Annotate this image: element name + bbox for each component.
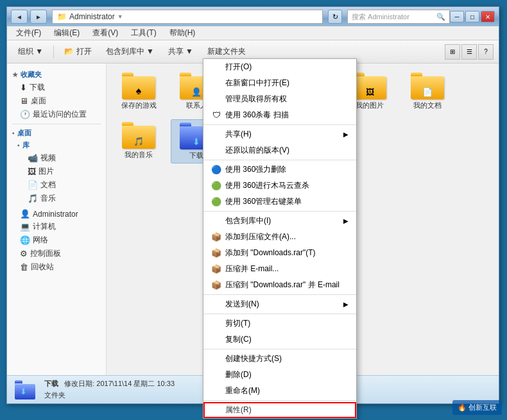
file-label-saved-games: 保存的游戏 [121,101,157,110]
include-library-button[interactable]: 包含到库中 ▼ [100,44,160,60]
ctx-compress-email-icon: 📦 [211,264,221,274]
ctx-take-ownership[interactable]: 管理员取得所有权 [203,91,356,107]
ctx-compress-email-label: 压缩并 E-mail... [225,264,279,274]
refresh-button[interactable]: ↻ [328,10,342,24]
ctx-sendto[interactable]: 发送到(N) ▶ [203,296,356,312]
title-bar-left: ◄ ► 📁 Administrator ▼ ↻ 搜索 Administrator… [11,10,450,24]
title-bar: ◄ ► 📁 Administrator ▼ ↻ 搜索 Administrator… [7,7,499,26]
sidebar-item-network[interactable]: 🌐 网络 [7,233,106,247]
ctx-include-library[interactable]: 包含到库中(I) ▶ [203,213,356,229]
sidebar-item-control-panel[interactable]: ⚙ 控制面板 [7,247,106,260]
recent-label: 最近访问的位置 [33,109,87,120]
status-name-text: 下载 [44,380,58,387]
ctx-open[interactable]: 打开(O) [203,59,356,75]
ctx-compress-email[interactable]: 📦 压缩并 E-mail... [203,261,356,277]
file-item-my-docs[interactable]: 📄 我的文档 [402,70,453,113]
ctx-open-new-window[interactable]: 在新窗口中打开(E) [203,75,356,91]
video-icon: 📹 [28,153,38,163]
folder-overlay-saved-games: ♠ [136,85,142,97]
divider-1 [12,124,101,124]
documents-icon: 📄 [28,180,38,190]
sidebar-item-music[interactable]: 🎵 音乐 [7,192,106,205]
ctx-rename[interactable]: 重命名(M) [203,383,356,399]
open-button[interactable]: 📂 打开 [58,44,97,60]
ctx-cut[interactable]: 剪切(T) [203,315,356,332]
library-section: ▪ 库 📹 视频 🖼 图片 📄 文档 [7,139,106,205]
ctx-properties[interactable]: 属性(R) [203,402,356,418]
ctx-rename-icon [211,386,221,396]
forward-button[interactable]: ► [30,10,47,24]
video-label: 视频 [40,153,56,164]
menu-view[interactable]: 查看(V) [89,26,122,40]
ctx-properties-icon [211,405,221,416]
search-bar[interactable]: 搜索 Administrator 🔍 [347,10,450,24]
favorites-header[interactable]: ★ 收藏夹 [7,69,106,81]
ctx-restore-icon [211,146,221,156]
menu-edit[interactable]: 编辑(E) [50,26,83,40]
sidebar-item-computer[interactable]: 💻 计算机 [7,220,106,233]
download-icon: ⬇ [20,83,27,92]
menu-tools[interactable]: 工具(T) [127,26,160,40]
sidebar-item-administrator[interactable]: 👤 Administrator [7,208,106,220]
sidebar-item-recent[interactable]: 🕐 最近访问的位置 [7,108,106,121]
watermark: 🔥 创新互联 [452,400,502,415]
desktop-header[interactable]: ▪ 桌面 [7,127,106,139]
ctx-library-icon [211,216,221,226]
address-text: Administrator [69,12,115,21]
close-button[interactable]: ✕ [481,11,495,22]
ctx-360-rightclick[interactable]: 🟢 使用 360管理右键菜单 [203,194,356,210]
ctx-sep-7 [203,400,356,401]
menu-file[interactable]: 文件(F) [12,26,45,40]
ctx-360-scan-icon: 🛡 [211,110,221,121]
view-list-button[interactable]: ☰ [461,44,477,60]
ctx-sendto-arrow: ▶ [343,301,348,308]
status-details-text [60,380,62,387]
maximize-button[interactable]: □ [465,11,479,22]
ctx-restore[interactable]: 还原以前的版本(V) [203,142,356,158]
file-item-my-music[interactable]: 🎵 我的音乐 [113,119,164,164]
ctx-delete[interactable]: 删除(D) [203,367,356,383]
ctx-360-trojan-icon: 🟢 [211,181,221,191]
star-icon: ★ [12,71,18,78]
back-button[interactable]: ◄ [11,10,28,24]
ctx-360-trojan[interactable]: 🟢 使用 360进行木马云查杀 [203,178,356,194]
new-folder-label: 新建文件夹 [207,46,246,57]
ctx-360-delete[interactable]: 🔵 使用 360强力删除 [203,162,356,178]
ctx-compress-rar-email[interactable]: 📦 压缩到 "Downloads.rar" 并 E-mail [203,277,356,293]
new-folder-button[interactable]: 新建文件夹 [202,44,252,60]
ctx-library-arrow: ▶ [343,217,348,224]
ctx-properties-label: 属性(R) [225,405,252,416]
help-button[interactable]: ? [478,44,494,60]
ctx-create-shortcut[interactable]: 创建快捷方式(S) [203,351,356,367]
ctx-360-scan[interactable]: 🛡 使用 360杀毒 扫描 [203,107,356,123]
ctx-sep-6 [203,349,356,349]
organize-button[interactable]: 组织 ▼ [12,44,49,60]
library-header[interactable]: ▪ 库 [7,139,106,151]
ctx-share[interactable]: 共享(H) ▶ [203,126,356,142]
ctx-open-new-label: 在新窗口中打开(E) [225,78,289,88]
share-button[interactable]: 共享 ▼ [162,44,199,60]
address-bar[interactable]: 📁 Administrator ▼ [52,10,323,24]
ctx-copy[interactable]: 复制(C) [203,332,356,348]
ctx-sep-2 [203,160,356,160]
sidebar-item-desktop[interactable]: 🖥 桌面 [7,94,106,108]
ctx-add-archive-label: 添加到压缩文件(A)... [225,231,296,242]
ctx-360-trojan-label: 使用 360进行木马云查杀 [225,180,309,191]
ctx-compress-rar-email-icon: 📦 [211,280,221,290]
ctx-add-rar[interactable]: 📦 添加到 "Downloads.rar"(T) [203,245,356,261]
search-placeholder: 搜索 Administrator [352,12,409,22]
sidebar-item-pictures[interactable]: 🖼 图片 [7,165,106,178]
music-icon: 🎵 [28,194,38,203]
ctx-add-archive[interactable]: 📦 添加到压缩文件(A)... [203,229,356,245]
expand-icon: ▪ [12,130,15,137]
sidebar-item-recycle-bin[interactable]: 🗑 回收站 [7,260,106,274]
sidebar-item-download[interactable]: ⬇ 下载 [7,81,106,94]
view-tiles-button[interactable]: ⊞ [445,44,460,60]
ctx-ownership-icon [211,94,221,105]
sidebar-item-video[interactable]: 📹 视频 [7,151,106,165]
ctx-cut-icon [211,319,221,329]
file-item-saved-games[interactable]: ♠ 保存的游戏 [113,70,164,113]
menu-help[interactable]: 帮助(H) [166,26,200,40]
sidebar-item-documents[interactable]: 📄 文档 [7,178,106,192]
minimize-button[interactable]: ─ [450,11,464,22]
